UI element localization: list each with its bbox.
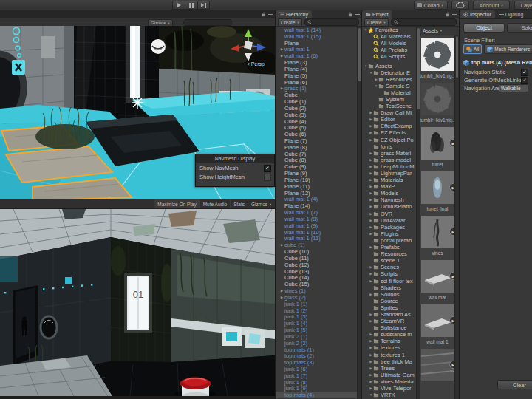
asset-thumbnail[interactable]: ▶turret <box>420 123 455 168</box>
hierarchy-item[interactable]: wall mat 1 (10) <box>276 229 357 236</box>
expand-arrow-icon[interactable]: ▶ <box>279 289 284 293</box>
hierarchy-item[interactable]: junk 1 (9) <box>276 386 357 392</box>
hierarchy-item[interactable]: Cube (3) <box>276 112 357 118</box>
project-tree-item[interactable]: ▶Prefabs <box>362 244 416 250</box>
project-tree-item[interactable]: System <box>362 96 416 103</box>
project-tree-item[interactable]: ▶MaxP <box>362 183 416 190</box>
project-tree-item[interactable]: ▶grass model <box>362 157 416 163</box>
project-tree-item[interactable]: ▶Materials <box>362 177 416 183</box>
tab-inspector[interactable]: Inspector <box>460 10 495 18</box>
project-tree-item[interactable]: ▶LeapMotionM <box>362 163 416 170</box>
hierarchy-item[interactable]: wall mat 1 (11) <box>276 236 357 242</box>
scene-gizmo[interactable] <box>229 29 267 61</box>
project-tree-item[interactable]: ▼VRTK <box>362 392 416 398</box>
hierarchy-item[interactable]: Cube (5) <box>276 124 357 131</box>
project-tree-item[interactable]: ▶substance m <box>362 331 416 338</box>
hierarchy-item[interactable]: Cube (8) <box>276 157 357 164</box>
expand-arrow-icon[interactable]: ▶ <box>279 243 284 247</box>
hierarchy-search-input[interactable] <box>304 18 359 26</box>
subtab-object[interactable]: Object <box>463 23 505 33</box>
hierarchy-item[interactable]: ▶grass (1) <box>276 85 357 92</box>
navmesh-option-checkbox[interactable] <box>264 174 271 181</box>
subtab-bake[interactable]: Bake <box>507 23 532 33</box>
hierarchy-item[interactable]: Cube (14) <box>276 274 357 281</box>
project-tree-item[interactable]: ▶Trees <box>362 365 416 372</box>
hierarchy-item[interactable]: wall mat 1 (7) <box>276 209 357 216</box>
hierarchy-create-button[interactable]: Create▼ <box>278 18 302 27</box>
hierarchy-item[interactable]: Cube (10) <box>276 248 357 255</box>
project-tree-item[interactable]: ▶EZ Effects <box>362 129 416 136</box>
tab-hierarchy[interactable]: Hierarchy <box>276 10 312 18</box>
hierarchy-item[interactable]: junk 1 (8) <box>276 379 357 386</box>
scene-viewport[interactable]: < Persp Navmesh Display Show NavMesh✓Sho… <box>0 26 275 200</box>
project-tree-item[interactable]: All Prefabs <box>362 47 416 53</box>
project-tree-item[interactable]: ▶OVR <box>362 211 416 217</box>
project-tree-item[interactable]: portal prefab <box>362 237 416 244</box>
project-tree-item[interactable]: ▶Models <box>362 190 416 197</box>
lock-icon[interactable] <box>262 12 266 17</box>
hierarchy-item[interactable]: Plane (11) <box>276 183 357 190</box>
lock-icon[interactable] <box>348 12 352 17</box>
project-tree-item[interactable]: All Scripts <box>362 53 416 60</box>
property-checkbox[interactable]: ✓ <box>521 77 528 84</box>
hierarchy-item[interactable]: Cube (15) <box>276 281 357 287</box>
panel-menu-icon[interactable] <box>268 12 273 17</box>
hierarchy-item[interactable]: top mats (2) <box>276 352 357 359</box>
pause-button[interactable] <box>185 1 197 10</box>
hierarchy-item[interactable]: Cube (13) <box>276 268 357 275</box>
hierarchy-item[interactable]: ▶wall mat 1 (6) <box>276 52 357 59</box>
project-tree-item[interactable]: ▶Navmesh <box>362 197 416 203</box>
expand-arrow-icon[interactable]: ▶ <box>279 47 284 51</box>
hierarchy-item[interactable]: Plane (7) <box>276 137 357 144</box>
hierarchy-item[interactable]: junk 1 (3) <box>276 313 357 320</box>
hierarchy-item[interactable]: Plane (9) <box>276 170 357 177</box>
account-button[interactable]: Account▼ <box>473 1 510 10</box>
project-tree-item[interactable]: ▶Sounds <box>362 291 416 298</box>
collab-button[interactable]: Collab▼ <box>414 1 448 10</box>
hierarchy-item[interactable]: Cube (1) <box>276 98 357 105</box>
hierarchy-item[interactable]: Plane (3) <box>276 59 357 66</box>
project-tree-item[interactable]: Source <box>362 298 416 304</box>
hierarchy-item[interactable]: wall mat 1 (9) <box>276 222 357 229</box>
hierarchy-item[interactable]: Cube <box>276 92 357 98</box>
asset-thumbnail[interactable]: tumblr_lkiv1nfg... <box>420 79 455 123</box>
game-viewport[interactable]: 01 <box>0 209 275 396</box>
hierarchy-item[interactable]: junk 1 (4) <box>276 320 357 327</box>
project-tree-item[interactable]: ▶Plugins <box>362 231 416 237</box>
project-tree-item[interactable]: ▶Terrains <box>362 338 416 344</box>
project-tree-item[interactable]: Substance <box>362 324 416 331</box>
hierarchy-item[interactable]: wall mat 1 (8) <box>276 216 357 222</box>
hierarchy-item[interactable]: ▶vines (1) <box>276 287 357 294</box>
project-tree-item[interactable]: ▶EffectExamp <box>362 123 416 129</box>
game-toolbar-mute-audio[interactable]: Mute Audio <box>200 200 231 208</box>
project-tree-item[interactable]: ▶Standard As <box>362 311 416 318</box>
hierarchy-item[interactable]: ▶wall mat 1 <box>276 46 357 52</box>
project-tree-item[interactable]: ▶vines Materia <box>362 378 416 385</box>
hierarchy-item[interactable]: junk 1 (2) <box>276 307 357 314</box>
hierarchy-item[interactable]: junk 1 (7) <box>276 372 357 379</box>
project-tree-item[interactable]: ▶textures 1 <box>362 352 416 358</box>
hierarchy-item[interactable]: Cube (11) <box>276 255 357 262</box>
hierarchy-item[interactable]: Cube (6) <box>276 131 357 137</box>
project-tree-item[interactable]: ▼Assets <box>362 62 416 69</box>
hierarchy-item[interactable]: Cube (9) <box>276 163 357 170</box>
project-tree-item[interactable]: ▶Resources <box>362 76 416 83</box>
project-tree-item[interactable]: ▶Draw Call Mi <box>362 109 416 116</box>
expand-arrow-icon[interactable]: ▶ <box>279 86 284 90</box>
project-tree-item[interactable]: ▶sci fi floor tex <box>362 277 416 284</box>
project-tree-item[interactable]: ▶Ultimate Gam <box>362 372 416 378</box>
project-tree-item[interactable]: Sprites <box>362 304 416 311</box>
project-tree-item[interactable]: ▶Editor <box>362 116 416 123</box>
hierarchy-item[interactable]: Cube (2) <box>276 105 357 112</box>
hierarchy-item[interactable]: Plane (6) <box>276 79 357 86</box>
hierarchy-item[interactable]: Plane <box>276 40 357 47</box>
hierarchy-item[interactable]: Cube (4) <box>276 118 357 125</box>
property-checkbox[interactable]: ✓ <box>521 69 528 76</box>
expand-arrow-icon[interactable]: ▶ <box>279 296 284 299</box>
asset-thumbnail[interactable]: ▶wall mat <box>420 256 455 301</box>
project-tree-item[interactable]: TestScene <box>362 103 416 109</box>
hierarchy-item[interactable]: Plane (10) <box>276 177 357 183</box>
asset-thumbnail[interactable]: ▶turret final <box>420 168 455 212</box>
panel-menu-icon[interactable] <box>355 12 360 17</box>
project-tree-item[interactable]: ▼Favorites <box>362 27 416 33</box>
